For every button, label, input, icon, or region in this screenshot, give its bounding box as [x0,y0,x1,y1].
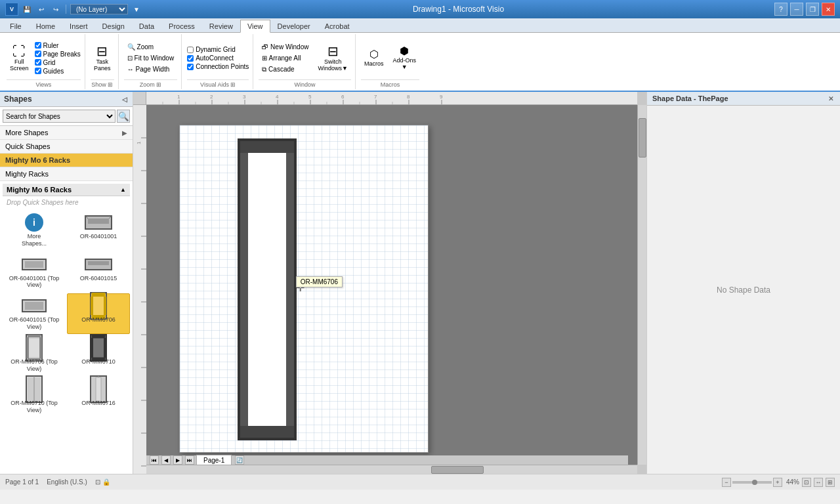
rack-on-canvas[interactable]: OR-MM6706 ✛ [238,138,297,440]
fit-to-window-btn[interactable]: ⊡ Fit to Window [124,53,177,63]
zoom-percent: 44% [786,478,799,486]
zoom-controls: − + 44% [722,478,799,487]
svg-rect-21 [29,339,39,357]
quick-access-save[interactable]: 💾 [21,3,33,15]
svg-rect-7 [88,261,109,265]
fit-page-btn[interactable]: ⊡ [802,478,811,487]
svg-rect-20 [39,337,42,358]
tab-process[interactable]: Process [161,20,202,32]
view-normal-btn[interactable]: ⊞ [826,478,835,487]
zoom-in-btn[interactable]: + [773,478,782,487]
hscroll-thumb[interactable] [431,466,484,474]
zoom-slider-thumb[interactable] [752,480,757,485]
shape-OR-MM6710[interactable]: OR-MM6710 [67,335,130,376]
fit-width-btn[interactable]: ↔ [814,478,823,487]
tab-data[interactable]: Data [132,20,161,32]
tab-review[interactable]: Review [202,20,240,32]
page-breaks-checkbox-row[interactable]: Page Breaks [35,51,81,58]
svg-rect-27 [93,339,104,357]
shape-OR-60401001[interactable]: OR-60401001 [67,210,130,251]
shape-OR-MM6706-top[interactable]: OR-MM6706 (Top View) [3,335,66,376]
guides-checkbox-row[interactable]: Guides [35,68,81,75]
page-next-btn[interactable]: ▶ [173,455,182,465]
task-panes-btn[interactable]: ⊟ TaskPanes [91,43,114,74]
shape-OR-MM6710-top[interactable]: OR-MM6710 (Top View) [3,377,66,417]
shapes-collapse-btn[interactable]: ◁ [121,96,129,103]
page-tab-1[interactable]: Page-1 [196,455,232,465]
shape-OR-60401015[interactable]: OR-60401015 [67,252,130,293]
OR-MM6706-top-icon [20,339,49,357]
page-add-btn[interactable]: 🔄 [235,455,244,465]
right-panel-close[interactable]: ✕ [827,95,835,102]
page-width-btn[interactable]: ↔ Page Width [124,64,177,74]
connection-points-checkbox[interactable] [187,64,194,70]
horizontal-scrollbar[interactable] [146,465,637,474]
svg-rect-23 [92,335,105,338]
quick-access-undo[interactable]: ↩ [35,3,47,15]
tab-view[interactable]: View [240,20,270,33]
task-panes-icon: ⊟ [96,45,108,58]
canvas-area[interactable]: 1 2 3 4 5 6 7 8 9 [133,92,646,474]
restore-btn[interactable]: ❐ [806,3,819,16]
nav-more-shapes[interactable]: More Shapes ▶ [0,126,133,140]
status-icons: ⊡ 🔒 [95,478,110,486]
page-last-btn[interactable]: ⏭ [185,455,194,465]
shape-more-shapes[interactable]: i MoreShapes... [3,210,66,251]
page-canvas[interactable]: OR-MM6706 ✛ [179,125,429,453]
autoconnect-checkbox[interactable] [187,55,194,62]
new-window-btn[interactable]: 🗗 New Window [259,42,312,52]
nav-mighty-racks[interactable]: Mighty Racks [0,167,133,181]
shape-OR-60401001-top[interactable]: OR-60401001 (Top View) [3,252,66,293]
canvas-rack-shape[interactable] [238,138,297,440]
ruler-checkbox[interactable] [35,42,41,49]
autoconnect-row[interactable]: AutoConnect [187,54,249,62]
tab-acrobat[interactable]: Acrobat [318,20,357,32]
zoom-btn[interactable]: 🔍 Zoom [124,42,177,52]
layer-dropdown[interactable]: (No Layer) [70,4,128,14]
switch-windows-btn[interactable]: ⊟ SwitchWindows▼ [314,43,350,74]
zoom-out-btn[interactable]: − [722,478,731,487]
quick-access-redo[interactable]: ↪ [50,3,62,15]
grid-checkbox[interactable] [35,59,41,66]
shape-OR-60401015-top[interactable]: OR-60401015 (Top View) [3,293,66,334]
minimize-btn[interactable]: ─ [790,3,803,16]
add-ons-btn[interactable]: ⬢ Add-Ons▼ [389,44,419,72]
page-first-btn[interactable]: ⏮ [150,455,159,465]
quick-access-more[interactable]: ▼ [131,3,142,15]
cascade-btn[interactable]: ⧉ Cascade [259,64,312,75]
vscroll-thumb[interactable] [639,118,646,158]
shape-OR-MM6706[interactable]: OR-MM6706 [67,293,130,334]
OR-MM6706-top-label: OR-MM6706 (Top View) [5,358,64,373]
shape-OR-MM6716[interactable]: OR-MM6716 [67,377,130,417]
nav-quick-shapes[interactable]: Quick Shapes [0,140,133,154]
help-btn[interactable]: ? [774,3,788,16]
ruler-checkbox-row[interactable]: Ruler [35,42,81,49]
dynamic-grid-row[interactable]: Dynamic Grid [187,46,249,53]
page-prev-btn[interactable]: ◀ [161,455,171,465]
zoom-slider[interactable] [732,481,772,484]
macros-btn[interactable]: ⬡ Macros [361,47,387,69]
connection-points-row[interactable]: Connection Points [187,63,249,70]
svg-text:6: 6 [341,94,345,100]
nav-mighty-mo-6-racks[interactable]: Mighty Mo 6 Racks [0,154,133,167]
full-screen-btn[interactable]: ⛶ FullScreen [7,43,32,74]
tab-insert[interactable]: Insert [62,20,95,32]
close-btn[interactable]: ✕ [822,3,835,16]
vertical-scrollbar[interactable] [637,105,646,465]
search-shapes-button[interactable]: 🔍 [117,110,130,123]
guides-checkbox[interactable] [35,68,41,74]
macros-content: ⬡ Macros ⬢ Add-Ons▼ [361,34,419,79]
tab-design[interactable]: Design [95,20,132,32]
tab-home[interactable]: Home [29,20,62,32]
dynamic-grid-checkbox[interactable] [187,47,194,53]
search-shapes-select[interactable]: Search for Shapes [3,110,116,123]
page-breaks-checkbox[interactable] [35,51,41,57]
window-buttons: 🗗 New Window ⊞ Arrange All ⧉ Cascade [259,42,312,75]
ribbon-group-zoom: 🔍 Zoom ⊡ Fit to Window ↔ Page Width Zoom… [120,34,182,89]
grid-checkbox-row[interactable]: Grid [35,59,81,66]
arrange-all-btn[interactable]: ⊞ Arrange All [259,53,312,63]
tab-file[interactable]: File [3,20,29,32]
section-scroll-up[interactable]: ▲ [120,186,126,193]
drawing-area[interactable]: OR-MM6706 ✛ ⏮ ◀ ▶ ⏭ Page-1 🔄 [146,105,637,465]
tab-developer[interactable]: Developer [270,20,318,32]
